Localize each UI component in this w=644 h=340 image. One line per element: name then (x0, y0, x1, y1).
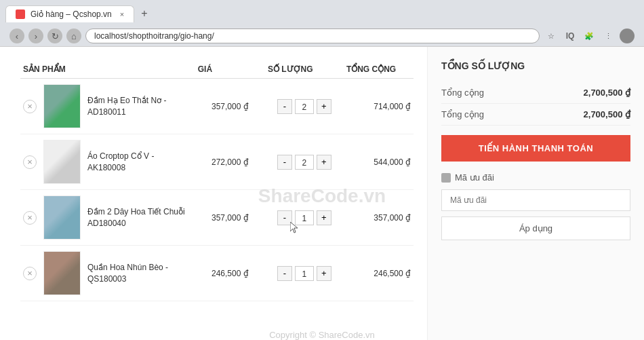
product-cell-2: × Đầm 2 Dây Hoa Tiết Chuỗi AD180040 (20, 190, 195, 246)
summary-row-2: Tổng cộng 2,700,500 ₫ (441, 104, 630, 126)
product-image-1 (43, 140, 81, 184)
qty-value-2: 1 (295, 210, 314, 225)
menu-icon[interactable]: ⋮ (601, 29, 616, 43)
coupon-section: Mã ưu đãi Áp dụng (441, 172, 630, 240)
address-bar: ‹ › ↻ ⌂ ☆ IQ 🧩 ⋮ (5, 26, 639, 46)
table-row: × Đầm 2 Dây Hoa Tiết Chuỗi AD180040 357,… (20, 190, 414, 246)
summary-label-2: Tổng cộng (441, 109, 484, 119)
new-tab-btn[interactable]: + (134, 4, 154, 23)
qty-plus-3[interactable]: + (317, 266, 331, 281)
qty-minus-3[interactable]: - (277, 266, 292, 281)
profile-avatar[interactable] (620, 29, 635, 43)
product-qty-1: - 2 + (265, 134, 344, 190)
col-header-gia: GIÁ (195, 60, 265, 79)
coupon-label-text: Mã ưu đãi (455, 172, 494, 183)
apply-coupon-button[interactable]: Áp dụng (441, 216, 630, 240)
qty-minus-0[interactable]: - (277, 99, 292, 114)
product-name-0: Đầm Hạ Eo Thắt Nơ - AD180011 (87, 95, 193, 118)
summary-title: TỔNG SỐ LƯỢNG (441, 60, 630, 71)
tab-favicon (16, 10, 25, 19)
coupon-label: Mã ưu đãi (441, 172, 630, 183)
browser-icons: ☆ IQ 🧩 ⋮ (544, 29, 635, 43)
iq-icon[interactable]: IQ (563, 29, 578, 43)
product-image-2 (43, 195, 81, 240)
refresh-btn[interactable]: ↻ (47, 29, 62, 43)
qty-plus-2[interactable]: + (317, 210, 331, 225)
col-header-tong-cong: TỔNG CỘNG (344, 60, 414, 79)
product-cell-0: × Đầm Hạ Eo Thắt Nơ - AD180011 (20, 79, 195, 134)
product-name-1: Áo Croptop Cổ V - AK180008 (87, 151, 193, 174)
product-price-1: 272,000 ₫ (195, 134, 265, 190)
product-qty-0: - 2 + (265, 79, 344, 134)
table-row: × Áo Croptop Cổ V - AK180008 272,000 ₫ -… (20, 134, 414, 190)
product-image-3 (43, 251, 81, 295)
remove-btn-0[interactable]: × (23, 100, 37, 113)
summary-label-1: Tổng cộng (441, 88, 484, 98)
product-cell-3: × Quần Hoa Nhún Bèo - QS180003 (20, 246, 195, 301)
product-price-2: 357,000 ₫ (195, 190, 265, 246)
qty-plus-1[interactable]: + (317, 155, 331, 170)
product-total-2: 357,000 ₫ (344, 190, 414, 246)
url-input[interactable] (85, 29, 540, 43)
qty-value-0: 2 (295, 99, 314, 114)
summary-value-2: 2,700,500 ₫ (584, 109, 630, 119)
table-row: × Quần Hoa Nhún Bèo - QS180003 246,500 ₫… (20, 246, 414, 301)
product-total-0: 714,000 ₫ (344, 79, 414, 134)
qty-minus-1[interactable]: - (277, 155, 292, 170)
table-row: × Đầm Hạ Eo Thắt Nơ - AD180011 357,000 ₫… (20, 79, 414, 134)
tab-bar: Giỏ hàng – Qcshop.vn × + (5, 4, 639, 23)
summary-value-1: 2,700,500 ₫ (584, 88, 630, 98)
product-qty-2: - 1 + (265, 190, 344, 246)
product-image-0 (43, 84, 81, 128)
product-total-1: 544,000 ₫ (344, 134, 414, 190)
product-price-0: 357,000 ₫ (195, 79, 265, 134)
summary-section: TỔNG SỐ LƯỢNG Tổng cộng 2,700,500 ₫ Tổng… (427, 47, 644, 340)
page-content: ShareCode.vn Copyright © ShareCode.vn SẢ… (0, 47, 644, 340)
cart-table: SẢN PHẨM GIÁ SỐ LƯỢNG TỔNG CỘNG × Đầm Hạ… (20, 60, 414, 301)
coupon-input[interactable] (441, 189, 630, 211)
summary-row-1: Tổng cộng 2,700,500 ₫ (441, 82, 630, 104)
tab-title: Giỏ hàng – Qcshop.vn (31, 10, 112, 19)
product-total-3: 246,500 ₫ (344, 246, 414, 301)
coupon-icon (441, 173, 451, 183)
bookmark-icon[interactable]: ☆ (544, 29, 559, 43)
qty-value-1: 2 (295, 155, 314, 170)
remove-btn-3[interactable]: × (23, 267, 37, 280)
checkout-button[interactable]: TIẾN HÀNH THANH TOÁN (441, 135, 630, 162)
browser-chrome: Giỏ hàng – Qcshop.vn × + ‹ › ↻ ⌂ ☆ IQ 🧩 … (0, 0, 644, 47)
product-qty-3: - 1 + (265, 246, 344, 301)
remove-btn-1[interactable]: × (23, 155, 37, 169)
back-btn[interactable]: ‹ (9, 29, 24, 43)
extensions-icon[interactable]: 🧩 (582, 29, 597, 43)
product-name-3: Quần Hoa Nhún Bèo - QS180003 (87, 262, 193, 285)
product-cell-1: × Áo Croptop Cổ V - AK180008 (20, 134, 195, 190)
forward-btn[interactable]: › (28, 29, 43, 43)
remove-btn-2[interactable]: × (23, 211, 37, 225)
product-name-2: Đầm 2 Dây Hoa Tiết Chuỗi AD180040 (87, 206, 193, 229)
qty-value-3: 1 (295, 266, 314, 281)
tab-close-btn[interactable]: × (120, 10, 124, 18)
qty-minus-2[interactable]: - (277, 210, 292, 225)
col-header-so-luong: SỐ LƯỢNG (265, 60, 344, 79)
active-tab[interactable]: Giỏ hàng – Qcshop.vn × (5, 5, 134, 22)
cart-section: SẢN PHẨM GIÁ SỐ LƯỢNG TỔNG CỘNG × Đầm Hạ… (0, 47, 427, 340)
col-header-san-pham: SẢN PHẨM (20, 60, 195, 79)
home-btn[interactable]: ⌂ (66, 29, 81, 43)
qty-plus-0[interactable]: + (317, 99, 331, 114)
product-price-3: 246,500 ₫ (195, 246, 265, 301)
